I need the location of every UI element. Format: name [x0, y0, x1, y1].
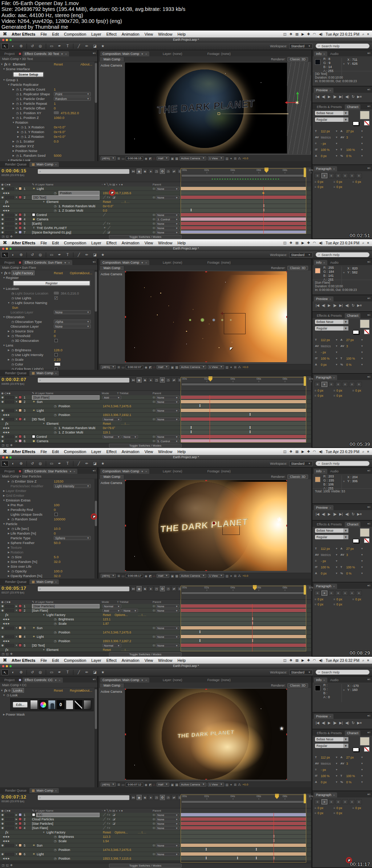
row-track-cell[interactable]: [181, 826, 306, 830]
switch-cell[interactable]: [11, 435, 14, 438]
timeline-row[interactable]: ◉▼2[3D Text]╱ fx ◪◎None▼: [0, 195, 311, 200]
selection-handle[interactable]: [205, 779, 207, 780]
stopwatch-icon[interactable]: ◷: [53, 413, 57, 417]
label-color-chip[interactable]: [19, 396, 22, 399]
playhead-marker[interactable]: [209, 376, 213, 381]
line-tool-icon[interactable]: ╱: [75, 669, 82, 675]
twirl-icon[interactable]: ▶: [7, 504, 11, 507]
minimize-button[interactable]: [6, 248, 8, 250]
switch-cell[interactable]: [8, 440, 11, 443]
twirl-icon[interactable]: ▼: [0, 63, 4, 65]
char-field-value[interactable]: 3: [346, 553, 361, 557]
close-icon[interactable]: ×: [323, 679, 325, 682]
menu-view[interactable]: View: [145, 32, 153, 36]
stopwatch-icon[interactable]: ◷: [11, 480, 15, 483]
spotlight-icon[interactable]: ⌕: [362, 32, 364, 36]
twirl-icon[interactable]: ▶: [2, 494, 6, 497]
layer-duration-bar[interactable]: [181, 826, 306, 829]
layer-name[interactable]: [Sun Flare]: [32, 609, 48, 612]
twirl-icon[interactable]: ▶: [12, 102, 15, 105]
label-color-chip[interactable]: [19, 609, 22, 612]
align-button-1[interactable]: ≡: [322, 799, 327, 804]
magnification-dropdown[interactable]: (46%)▼: [101, 783, 116, 787]
twirl-icon[interactable]: ▼: [7, 83, 11, 86]
camera-dropdown[interactable]: Active Camera▼: [179, 365, 206, 369]
property-dropdown[interactable]: Alpha▼: [54, 320, 91, 324]
selection-handle[interactable]: [125, 570, 126, 571]
keyframe-icon[interactable]: I: [205, 848, 207, 852]
menu-effect[interactable]: Effect: [106, 241, 117, 245]
switch-cell[interactable]: [8, 822, 11, 825]
layer-name[interactable]: Light: [37, 635, 44, 639]
twirl-icon[interactable]: ▼: [42, 422, 45, 425]
prev-frame-button[interactable]: ◀|: [322, 512, 326, 516]
auto-keyframe-icon[interactable]: ◷: [166, 377, 171, 383]
switch-cell[interactable]: [11, 196, 14, 199]
selection-handle[interactable]: [286, 570, 287, 571]
show-snapshot-icon[interactable]: ◩: [149, 157, 152, 160]
property-value[interactable]: 1474.3,346.7,2475.6: [102, 631, 131, 634]
time-ruler-area[interactable]: :00s02s04s06s08s10s: [181, 376, 311, 391]
switch-cell[interactable]: [5, 844, 8, 847]
row-track-cell[interactable]: [181, 643, 306, 647]
twirl-icon[interactable]: ▼: [7, 301, 11, 304]
frame-blend-icon[interactable]: ♦: [148, 169, 153, 174]
keyframe-icon[interactable]: I: [255, 848, 258, 852]
timeline-search-input[interactable]: ⌕: [38, 378, 129, 383]
switch-cell[interactable]: [5, 409, 8, 412]
status-icon[interactable]: ▤: [295, 658, 299, 662]
switch-cell[interactable]: [8, 222, 11, 225]
status-icon[interactable]: ✚: [307, 658, 310, 662]
selection-handle[interactable]: [286, 525, 287, 527]
property-name[interactable]: 1. Z Scatter Multi: [58, 209, 83, 212]
timeline-row[interactable]: ◉▶3[Star Particles]╱ fx ◪◎None▼: [0, 821, 311, 826]
twirl-icon[interactable]: ▶: [16, 131, 20, 133]
property-value[interactable]: 100: [54, 503, 60, 507]
property-name[interactable]: 1. Z Scatter Multi: [58, 431, 83, 434]
layer-duration-bar[interactable]: [181, 213, 306, 216]
twirl-icon[interactable]: ▼: [15, 844, 18, 847]
layer-switch-glyphs[interactable]: ╱ fx: [102, 826, 111, 829]
parent-pickwhip-icon[interactable]: ◎: [153, 213, 155, 216]
label-color-chip[interactable]: [19, 435, 22, 438]
snapshot-icon[interactable]: ◉: [145, 783, 147, 787]
twirl-icon[interactable]: ▶: [7, 532, 11, 535]
draft-3d-icon[interactable]: ▣: [137, 586, 142, 591]
type-tool-icon[interactable]: T: [64, 43, 71, 49]
row-track-cell[interactable]: [181, 852, 306, 856]
close-icon[interactable]: ×: [333, 585, 335, 588]
tab-preview[interactable]: Preview×: [314, 296, 333, 301]
status-icon[interactable]: ✚: [307, 449, 310, 453]
timeline-search-input[interactable]: ⌕: [38, 795, 129, 800]
font-family-dropdown[interactable]: Bebas Neue▼: [315, 528, 348, 533]
effect-button[interactable]: Scene Setup: [13, 72, 44, 77]
time-ruler-area[interactable]: :00s02s04s06s08s10s: [181, 167, 311, 182]
status-icon[interactable]: ❖: [290, 449, 293, 453]
close-icon[interactable]: ×: [329, 297, 331, 301]
tab-composition[interactable]: Composition: Main Comp▼×: [100, 51, 149, 56]
row-track-cell[interactable]: [181, 195, 306, 199]
stopwatch-icon[interactable]: ◷: [53, 426, 57, 430]
selection-handle[interactable]: [125, 480, 126, 481]
visibility-eye-icon[interactable]: ◉: [1, 635, 4, 638]
property-value[interactable]: 1474.3,346.7,2475.6: [102, 848, 131, 852]
panel-menu-icon[interactable]: ▾≡: [367, 678, 371, 681]
brainstorm-icon[interactable]: ✪: [160, 377, 165, 383]
preview-timecode[interactable]: 0:00:02:07: [126, 365, 143, 369]
selection-handle[interactable]: [205, 271, 207, 272]
last-frame-button[interactable]: ▶|: [339, 721, 343, 725]
property-name[interactable]: Position: [58, 639, 70, 643]
visibility-eye-icon[interactable]: ◉: [1, 852, 4, 856]
twirl-icon[interactable]: ▶: [16, 126, 20, 129]
parent-pickwhip-icon[interactable]: ◎: [153, 826, 155, 829]
align-button-2[interactable]: ≡: [328, 591, 334, 596]
tab-effect-controls[interactable]: Effect Controls: Sun Flare▼×: [23, 260, 72, 265]
stroke-color-swatch[interactable]: [353, 748, 359, 752]
tab-audio[interactable]: Audio: [327, 677, 341, 683]
playhead-marker[interactable]: [264, 168, 268, 173]
menu-window[interactable]: Window: [158, 241, 172, 245]
layer-duration-bar[interactable]: [181, 226, 306, 229]
align-button-4[interactable]: ≡: [342, 382, 348, 387]
layer-name[interactable]: [3D Text]: [32, 195, 100, 200]
layer-duration-bar[interactable]: [181, 844, 306, 847]
